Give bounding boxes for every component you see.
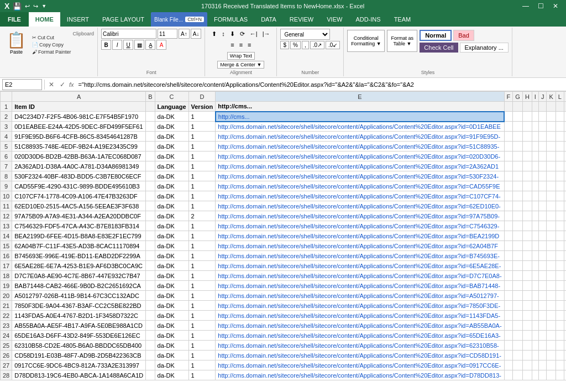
data-cell[interactable]: [522, 161, 532, 171]
data-cell[interactable]: [564, 331, 566, 341]
data-cell[interactable]: http://cms.domain.net/sitecore/shell/sit…: [216, 360, 504, 370]
data-cell[interactable]: [522, 142, 532, 151]
data-cell[interactable]: 27: [1, 360, 12, 370]
increase-font-size-button[interactable]: A↑: [179, 29, 190, 39]
data-cell[interactable]: [146, 241, 155, 251]
decrease-font-size-button[interactable]: A↓: [191, 29, 202, 39]
data-cell[interactable]: [504, 370, 513, 380]
data-cell[interactable]: da-DK: [155, 271, 188, 281]
data-cell[interactable]: [532, 271, 538, 281]
data-cell[interactable]: [532, 321, 538, 331]
data-cell[interactable]: C107CF74-1778-4C09-A106-47E47B3263DF: [12, 191, 146, 201]
data-cell[interactable]: [513, 301, 523, 311]
data-cell[interactable]: [555, 281, 564, 291]
header-cell[interactable]: Item ID: [12, 102, 146, 112]
data-cell[interactable]: [146, 122, 155, 132]
tab-review[interactable]: REVIEW: [283, 12, 320, 27]
data-cell[interactable]: da-DK: [155, 301, 188, 311]
data-cell[interactable]: [538, 291, 547, 301]
data-cell[interactable]: http://cms.domain.net/sitecore/shell/sit…: [216, 261, 504, 271]
data-cell[interactable]: [555, 291, 564, 301]
data-cell[interactable]: [146, 341, 155, 351]
data-cell[interactable]: http://cms.domain.net/sitecore/shell/sit…: [216, 171, 504, 181]
data-cell[interactable]: [555, 241, 564, 251]
data-cell[interactable]: [504, 351, 513, 360]
data-cell[interactable]: da-DK: [155, 281, 188, 291]
data-cell[interactable]: [564, 151, 566, 161]
data-cell[interactable]: http://cms.domain.net/sitecore/shell/sit…: [216, 291, 504, 301]
data-cell[interactable]: 18: [1, 271, 12, 281]
data-cell[interactable]: [547, 132, 555, 142]
data-cell[interactable]: 1: [188, 201, 216, 211]
data-cell[interactable]: 51C88935-748E-4EDF-9B24-A19E23435C99: [12, 142, 146, 151]
data-cell[interactable]: [504, 321, 513, 331]
data-cell[interactable]: [532, 181, 538, 191]
normal-style-button[interactable]: Normal: [420, 30, 452, 41]
data-cell[interactable]: 15: [1, 241, 12, 251]
header-cell[interactable]: [146, 102, 155, 112]
data-cell[interactable]: da-DK: [155, 171, 188, 181]
data-cell[interactable]: [555, 271, 564, 281]
data-cell[interactable]: D4C234D7-F2F5-4B06-981C-E7F54B5F1970: [12, 112, 146, 122]
data-cell[interactable]: [555, 301, 564, 311]
data-cell[interactable]: [547, 221, 555, 231]
data-cell[interactable]: 17: [1, 261, 12, 271]
data-cell[interactable]: [146, 191, 155, 201]
data-cell[interactable]: [504, 311, 513, 321]
data-cell[interactable]: [522, 261, 532, 271]
border-button[interactable]: ▦: [134, 40, 144, 50]
data-cell[interactable]: [532, 341, 538, 351]
tab-file[interactable]: FILE: [0, 12, 29, 27]
data-cell[interactable]: [522, 331, 532, 341]
data-cell[interactable]: [146, 261, 155, 271]
wrap-text-button[interactable]: Wrap Text: [227, 52, 255, 60]
data-cell[interactable]: [538, 360, 547, 370]
data-cell[interactable]: 62310B58-CD2E-4805-B6A0-BBDDC65DB400: [12, 341, 146, 351]
data-cell[interactable]: [555, 351, 564, 360]
col-header-d[interactable]: D: [188, 92, 216, 102]
data-cell[interactable]: [547, 241, 555, 251]
data-cell[interactable]: [504, 181, 513, 191]
header-cell[interactable]: [538, 102, 547, 112]
data-cell[interactable]: da-DK: [155, 261, 188, 271]
data-cell[interactable]: [522, 211, 532, 221]
data-cell[interactable]: [555, 191, 564, 201]
formula-input[interactable]: [76, 81, 564, 88]
data-cell[interactable]: [522, 151, 532, 161]
data-cell[interactable]: 3: [1, 122, 12, 132]
data-cell[interactable]: [547, 201, 555, 211]
data-cell[interactable]: 1: [188, 311, 216, 321]
header-cell[interactable]: [504, 102, 513, 112]
data-cell[interactable]: [146, 311, 155, 321]
data-cell[interactable]: [532, 221, 538, 231]
data-cell[interactable]: [538, 132, 547, 142]
data-cell[interactable]: http://cms.domain.net/sitecore/shell/sit…: [216, 211, 504, 221]
fill-color-button[interactable]: A̲: [145, 40, 155, 50]
data-cell[interactable]: 97A75B09-A7A9-4E31-A344-A2EA20DDBC0F: [12, 211, 146, 221]
data-cell[interactable]: [146, 161, 155, 171]
align-center-button[interactable]: ≡: [237, 40, 245, 50]
font-name-input[interactable]: [101, 29, 156, 39]
data-cell[interactable]: [522, 321, 532, 331]
data-cell[interactable]: http://cms.domain.net/sitecore/shell/sit…: [216, 351, 504, 360]
data-cell[interactable]: [555, 151, 564, 161]
data-cell[interactable]: 0D1EABEE-E24A-42D5-9DEC-8FD499F5EF61: [12, 122, 146, 132]
comma-button[interactable]: ,: [302, 41, 309, 49]
data-cell[interactable]: [146, 132, 155, 142]
data-cell[interactable]: [564, 341, 566, 351]
quick-access-save[interactable]: 💾: [13, 2, 22, 11]
data-cell[interactable]: [513, 311, 523, 321]
data-cell[interactable]: [513, 112, 523, 122]
data-cell[interactable]: [564, 251, 566, 261]
tab-add-ins[interactable]: ADD-INS: [349, 12, 387, 27]
tab-data[interactable]: DATA: [254, 12, 283, 27]
data-cell[interactable]: [504, 341, 513, 351]
col-header-k[interactable]: K: [547, 92, 555, 102]
data-cell[interactable]: da-DK: [155, 231, 188, 241]
data-cell[interactable]: AB55BA0A-AE5F-4B17-A9FA-5E0BE988A1CD: [12, 321, 146, 331]
data-cell[interactable]: da-DK: [155, 211, 188, 221]
header-cell[interactable]: Language: [155, 102, 188, 112]
data-cell[interactable]: [564, 132, 566, 142]
data-cell[interactable]: 28: [1, 370, 12, 380]
data-cell[interactable]: http://cms.domain.net/sitecore/shell/sit…: [216, 161, 504, 171]
